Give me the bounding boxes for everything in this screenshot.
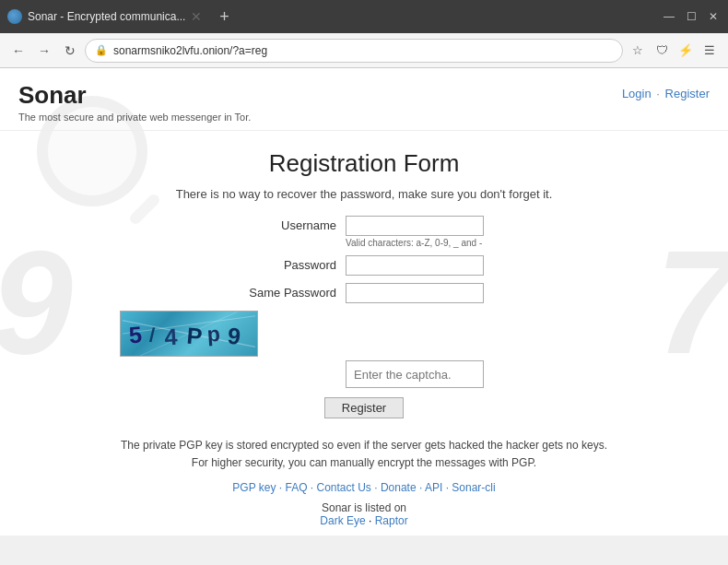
svg-text:4: 4	[164, 324, 178, 350]
faq-link[interactable]: FAQ	[285, 481, 307, 494]
username-label: Username	[244, 216, 346, 232]
password-row: Password	[18, 255, 710, 276]
same-password-input[interactable]	[346, 283, 484, 303]
sep2: ·	[311, 481, 317, 494]
close-window-button[interactable]: ✕	[706, 9, 721, 24]
page-title: Registration Form	[18, 149, 710, 178]
sonar-cli-link[interactable]: Sonar-cli	[452, 481, 495, 494]
browser-chrome: Sonar - Encrypted communica... ✕ + — ☐ ✕…	[0, 0, 728, 68]
reload-button[interactable]: ↻	[59, 40, 81, 62]
logo-area: Sonar The most secure and private web me…	[18, 81, 251, 123]
footer-note: The private PGP key is stored encrypted …	[18, 437, 710, 472]
title-bar: Sonar - Encrypted communica... ✕ + — ☐ ✕	[0, 0, 728, 33]
title-bar-left: Sonar - Encrypted communica... ✕ +	[7, 4, 237, 29]
password-field-wrap	[346, 255, 484, 276]
site-logo: Sonar	[18, 81, 251, 110]
captcha-svg: 5 / 4 P p 9	[121, 312, 257, 356]
form-subtitle: There is no way to recover the password,…	[18, 187, 710, 201]
shield-button[interactable]: 🛡	[651, 40, 673, 62]
window-controls: — ☐ ✕	[662, 9, 721, 24]
pgp-key-link[interactable]: PGP key	[232, 481, 276, 494]
captcha-input[interactable]	[346, 360, 484, 388]
header-nav: Login · Register	[622, 81, 710, 100]
tab-close-button[interactable]: ✕	[191, 9, 202, 24]
svg-text:5: 5	[128, 321, 143, 347]
minimize-button[interactable]: —	[662, 9, 676, 24]
address-bar[interactable]: 🔒 sonarmsniko2lvfu.onion/?a=reg	[85, 39, 623, 63]
main-content: Registration Form There is no way to rec…	[0, 131, 728, 536]
address-text: sonarmsniko2lvfu.onion/?a=reg	[113, 44, 613, 57]
sep3: ·	[374, 481, 381, 494]
same-password-row: Same Password	[18, 283, 710, 303]
raptor-link[interactable]: Raptor	[375, 514, 408, 527]
contact-link[interactable]: Contact Us	[317, 481, 371, 494]
captcha-image: 5 / 4 P p 9	[120, 311, 258, 357]
password-input[interactable]	[346, 255, 484, 276]
pgp-note-line1: The private PGP key is stored encrypted …	[18, 437, 710, 454]
username-input[interactable]	[346, 216, 484, 236]
security-lock-icon: 🔒	[95, 44, 108, 56]
back-button[interactable]: ←	[7, 40, 29, 62]
page-content: 9 7 Sonar The most secure and private we…	[0, 68, 728, 536]
svg-text:p: p	[206, 322, 221, 347]
listed-on-text: Sonar is listed on	[18, 501, 710, 514]
new-tab-button[interactable]: +	[211, 4, 237, 29]
site-header: Sonar The most secure and private web me…	[0, 68, 728, 131]
donate-link[interactable]: Donate	[381, 481, 417, 494]
browser-icon	[7, 9, 22, 24]
svg-text:9: 9	[227, 323, 242, 349]
api-link[interactable]: API	[425, 481, 442, 494]
site-tagline: The most secure and private web messenge…	[18, 112, 251, 123]
bookmarks-button[interactable]: ☆	[627, 40, 649, 62]
same-password-label: Same Password	[244, 283, 346, 300]
username-field-wrap: Valid characters: a-Z, 0-9, _ and -	[346, 216, 484, 248]
footer-links: PGP key · FAQ · Contact Us · Donate · AP…	[18, 481, 710, 494]
maximize-button[interactable]: ☐	[684, 9, 699, 24]
login-link[interactable]: Login	[622, 87, 652, 100]
svg-text:P: P	[186, 323, 204, 349]
pgp-note-line2: For higher security, you can manually en…	[18, 454, 710, 472]
dark-eye-link[interactable]: Dark Eye	[320, 514, 365, 527]
register-button[interactable]: Register	[324, 397, 404, 418]
extensions-button[interactable]: ⚡	[675, 40, 697, 62]
register-link[interactable]: Register	[665, 87, 710, 100]
menu-button[interactable]: ☰	[699, 40, 721, 62]
username-hint: Valid characters: a-Z, 0-9, _ and -	[346, 238, 482, 248]
forward-button[interactable]: →	[33, 40, 55, 62]
nav-separator: ·	[656, 87, 660, 100]
address-actions: ☆ 🛡 ⚡ ☰	[627, 40, 721, 62]
address-bar-row: ← → ↻ 🔒 sonarmsniko2lvfu.onion/?a=reg ☆ …	[0, 33, 728, 68]
username-row: Username Valid characters: a-Z, 0-9, _ a…	[18, 216, 710, 248]
same-password-field-wrap	[346, 283, 484, 303]
listed-sep: ·	[369, 514, 375, 527]
password-label: Password	[244, 255, 346, 272]
tab-title: Sonar - Encrypted communica...	[28, 10, 185, 23]
listed-links: Dark Eye · Raptor	[18, 514, 710, 527]
svg-text:/: /	[149, 324, 156, 346]
